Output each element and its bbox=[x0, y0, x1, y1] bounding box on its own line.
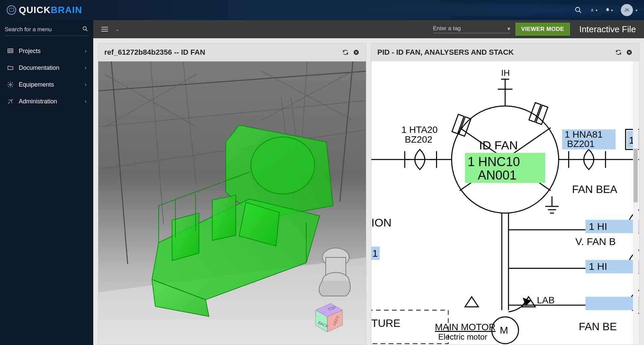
panel-header: PID - ID FAN, ANALYSERS AND STACK bbox=[371, 43, 639, 61]
user-avatar[interactable]: JK bbox=[621, 4, 633, 16]
brain-icon bbox=[7, 5, 16, 15]
pid-frag-1b: 1 bbox=[372, 248, 378, 259]
panel-header: ref_61272b84b2356 -- ID FAN bbox=[98, 43, 366, 61]
chevron-right-icon: › bbox=[85, 82, 87, 88]
gear-icon bbox=[7, 81, 14, 88]
pid-frag-ture: TURE bbox=[371, 317, 400, 329]
bell-icon[interactable]: ▾ bbox=[605, 6, 613, 14]
chevron-right-icon: › bbox=[85, 98, 87, 104]
close-icon[interactable] bbox=[626, 49, 633, 56]
caret-icon: ▾ bbox=[636, 8, 637, 12]
pid-tag-hta20-1: 1 HTA20 bbox=[401, 125, 438, 135]
pid-frag-lab: LAB bbox=[537, 295, 555, 305]
pid-viewport[interactable]: IH 1 HTA20 BZ202 1 HNA81 BZ201 ID FAN 1 … bbox=[371, 61, 639, 345]
pid-frag-ion: ION bbox=[371, 216, 391, 229]
tag-input-wrap[interactable]: ▾ bbox=[433, 25, 510, 33]
refresh-icon[interactable] bbox=[342, 49, 349, 56]
tools-icon bbox=[7, 98, 14, 105]
pid-tag-hnc10-1: 1 HNC10 bbox=[468, 155, 520, 169]
pid-tag-hna81-2: BZ201 bbox=[567, 139, 595, 149]
svg-point-9 bbox=[10, 84, 11, 86]
logo-text: QUICKBRAIN bbox=[19, 5, 82, 15]
aux-equipment bbox=[312, 237, 359, 298]
svg-point-2 bbox=[83, 27, 86, 30]
scrollbar-thumb[interactable] bbox=[634, 149, 638, 202]
panel-title: ref_61272b84b2356 -- ID FAN bbox=[104, 48, 205, 57]
svg-rect-4 bbox=[8, 49, 13, 53]
close-icon[interactable] bbox=[353, 49, 360, 56]
svg-line-11 bbox=[111, 61, 128, 264]
svg-rect-31 bbox=[212, 195, 236, 240]
pid-motor-m: M bbox=[500, 325, 508, 336]
app-logo[interactable]: QUICKBRAIN bbox=[7, 5, 82, 15]
sidebar-item-equipements[interactable]: Equipements › bbox=[5, 76, 89, 93]
folder-icon bbox=[7, 64, 14, 71]
svg-line-3 bbox=[86, 30, 88, 31]
tag-input[interactable] bbox=[433, 25, 507, 32]
pid-tag-hna81-1: 1 HNA81 bbox=[565, 129, 603, 140]
panel-pid-diagram: PID - ID FAN, ANALYSERS AND STACK bbox=[371, 43, 639, 345]
pid-frag-fanbe: FAN BE bbox=[579, 321, 616, 333]
search-icon[interactable] bbox=[575, 6, 582, 14]
viewer-mode-button[interactable]: VIEWER MODE bbox=[516, 23, 570, 36]
sidebar: Projects › Documentation › Equipements ›… bbox=[0, 20, 93, 345]
grid-icon bbox=[7, 47, 14, 55]
sidebar-item-projects[interactable]: Projects › bbox=[5, 43, 89, 59]
pid-frag-1h-a: 1 HI bbox=[589, 221, 607, 232]
pid-frag-mainmotor: MAIN MOTOR bbox=[435, 322, 496, 332]
pid-frag-fanbea: FAN BEA bbox=[572, 183, 618, 195]
sidebar-item-label: Administration bbox=[19, 98, 57, 105]
page-title: Interactive File bbox=[579, 24, 636, 35]
caret-icon: ▾ bbox=[611, 8, 613, 12]
svg-point-0 bbox=[576, 7, 580, 12]
pid-tag-idfan: ID FAN bbox=[479, 138, 518, 152]
download-icon[interactable]: ▾ bbox=[590, 6, 597, 14]
search-icon[interactable] bbox=[82, 26, 89, 34]
svg-line-1 bbox=[579, 11, 581, 13]
svg-marker-71 bbox=[465, 297, 478, 307]
pid-tag-hnc10-2: AN001 bbox=[478, 168, 517, 182]
menu-icon[interactable] bbox=[101, 27, 108, 32]
sidebar-item-label: Projects bbox=[19, 48, 41, 55]
pid-frag-elecmotor: Electric motor bbox=[438, 332, 487, 341]
chevron-down-icon[interactable]: ⌄ bbox=[115, 27, 119, 32]
caret-icon: ▾ bbox=[596, 8, 597, 12]
pid-frag-1h-b: 1 HI bbox=[589, 261, 607, 272]
sidebar-item-documentation[interactable]: Documentation › bbox=[5, 59, 89, 76]
panel-title: PID - ID FAN, ANALYSERS AND STACK bbox=[377, 48, 514, 57]
svg-point-26 bbox=[251, 137, 315, 194]
chevron-right-icon: › bbox=[85, 48, 87, 54]
svg-rect-30 bbox=[172, 213, 199, 260]
3d-viewport[interactable]: TOP BACK LEFT bbox=[98, 61, 366, 345]
svg-line-16 bbox=[98, 71, 366, 91]
menu-search-input[interactable] bbox=[5, 26, 82, 33]
chevron-right-icon: › bbox=[85, 65, 87, 71]
top-bar: QUICKBRAIN ▾ ▾ JK ▾ bbox=[0, 0, 644, 20]
panel-3d-viewer: ref_61272b84b2356 -- ID FAN bbox=[98, 43, 366, 345]
menu-search[interactable] bbox=[5, 26, 89, 36]
pid-frag-vfanb: V. FAN B bbox=[575, 236, 615, 247]
sidebar-item-label: Documentation bbox=[19, 64, 59, 71]
pid-tag-hta20-2: BZ202 bbox=[405, 134, 432, 145]
svg-rect-81 bbox=[585, 297, 639, 310]
navigation-cube[interactable]: TOP BACK LEFT bbox=[309, 298, 346, 335]
content-toolbar: ⌄ ▾ VIEWER MODE Interactive File bbox=[93, 20, 644, 38]
refresh-icon[interactable] bbox=[615, 49, 622, 56]
sidebar-item-administration[interactable]: Administration › bbox=[5, 93, 89, 110]
scrollbar[interactable] bbox=[633, 61, 638, 345]
content-area: ⌄ ▾ VIEWER MODE Interactive File ref_612… bbox=[93, 20, 644, 345]
caret-icon[interactable]: ▾ bbox=[507, 26, 510, 32]
sidebar-item-label: Equipements bbox=[19, 81, 54, 88]
pid-label-ih: IH bbox=[501, 68, 510, 78]
